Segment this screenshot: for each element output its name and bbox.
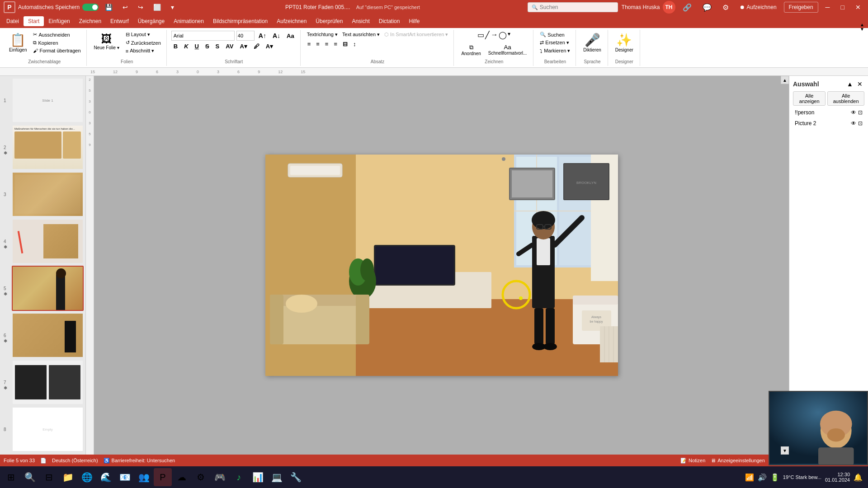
minimize-button[interactable]: ─	[822, 3, 834, 12]
char-spacing-button[interactable]: AV	[223, 42, 236, 51]
extra1-button[interactable]: 📊	[249, 468, 267, 486]
menu-item-bildschirm[interactable]: Bildschirmpräsentation	[208, 16, 272, 26]
share-icon[interactable]: 🔗	[679, 2, 695, 13]
decrease-font-button[interactable]: A↓	[270, 31, 283, 40]
scroll-up-button[interactable]: ▲	[781, 76, 789, 84]
increase-font-button[interactable]: A↑	[256, 31, 269, 40]
save-icon[interactable]: 💾	[101, 3, 116, 12]
italic-button[interactable]: K	[182, 42, 190, 51]
smartart-button[interactable]: ⬡ In SmartArt konvertieren ▾	[382, 31, 450, 38]
sound-icon[interactable]: 🔊	[758, 473, 767, 482]
align-center-button[interactable]: ≡	[314, 40, 322, 48]
notes-button[interactable]: 📝 Notizen	[680, 458, 705, 464]
textrichtung-button[interactable]: Textrichtung ▾	[305, 31, 340, 38]
panel-item-picture2-eye[interactable]: 👁	[851, 120, 856, 127]
accessibility-item[interactable]: ♿ Barrierefreiheit: Untersuchen	[104, 458, 175, 464]
slide-2-thumb[interactable]: Maßnahmen für Menschen die sie tun haben…	[12, 125, 84, 170]
select-button[interactable]: ⤵ Markieren ▾	[538, 47, 572, 55]
quick-access-dropdown[interactable]: ▾	[167, 3, 178, 12]
designer-button[interactable]: ✨ Designer	[613, 31, 636, 54]
outlook-button[interactable]: 📧	[116, 468, 134, 486]
menu-item-hilfe[interactable]: Hilfe	[404, 16, 424, 26]
teams-button[interactable]: 👥	[135, 468, 153, 486]
search-button[interactable]: 🔍 Suchen	[538, 31, 572, 38]
spotify-button[interactable]: ♪	[230, 468, 248, 486]
search-taskbar-button[interactable]: 🔍	[21, 468, 39, 486]
language-item[interactable]: Deutsch (Österreich)	[52, 458, 98, 463]
canvas-area[interactable]: 2 5 3 0 3 5 9 ▲ ▼	[86, 76, 789, 455]
present-icon[interactable]: ⬜	[150, 3, 165, 12]
strikethrough-button[interactable]: S	[203, 42, 212, 51]
fill-color-button[interactable]: A▾	[264, 42, 275, 51]
menu-item-ansicht[interactable]: Ansicht	[347, 16, 374, 26]
dictate-button[interactable]: 🎤 Diktieren	[580, 31, 604, 54]
menu-item-datei[interactable]: Datei	[2, 16, 24, 26]
slide-8-thumb[interactable]: Empty	[12, 407, 84, 452]
show-all-button[interactable]: Alle anzeigen	[793, 91, 826, 106]
arrange-button[interactable]: ⧉ Anordnen	[458, 42, 483, 58]
menu-item-zeichnen[interactable]: Zeichnen	[75, 16, 106, 26]
copy-button[interactable]: ⧉ Kopieren	[31, 39, 82, 47]
search-box[interactable]: 🔍	[528, 2, 618, 12]
menu-item-uebergaenge[interactable]: Übergänge	[133, 16, 169, 26]
undo-icon[interactable]: ↩	[119, 3, 132, 12]
record-button[interactable]: ⏺ Aufzeichnen	[736, 2, 780, 12]
panel-close-button[interactable]: ✕	[855, 80, 864, 89]
align-left-button[interactable]: ≡	[305, 40, 313, 48]
search-input[interactable]	[540, 4, 614, 10]
redo-icon[interactable]: ↪	[134, 3, 147, 12]
notes-form-indicator[interactable]: 📄	[40, 458, 47, 464]
slide-canvas[interactable]: BROOKLYN Alway	[265, 155, 618, 376]
panel-collapse-button[interactable]: ▲	[845, 80, 854, 89]
justify-button[interactable]: ≡	[331, 40, 340, 48]
shadow-button[interactable]: S	[213, 42, 222, 51]
replace-button[interactable]: ⇄ Ersetzen ▾	[538, 39, 572, 47]
powerpoint-taskbar-button[interactable]: P	[154, 468, 172, 486]
highlight-button[interactable]: 🖊	[251, 42, 262, 51]
section-button[interactable]: ≡ Abschnitt ▾	[124, 47, 163, 55]
font-size-input[interactable]	[236, 31, 255, 41]
extra2-button[interactable]: 💻	[268, 468, 286, 486]
line-spacing-button[interactable]: ↕	[351, 40, 359, 48]
panel-item-person-eye[interactable]: 👁	[851, 109, 856, 116]
ausrichten-button[interactable]: Text ausrichten ▾	[340, 31, 382, 38]
font-family-input[interactable]	[171, 31, 235, 41]
extra3-button[interactable]: 🔧	[287, 468, 305, 486]
menu-item-start[interactable]: Start	[24, 16, 44, 26]
quick-style-button[interactable]: Aa Schnellformatvorl...	[486, 42, 530, 57]
more-shapes-icon[interactable]: ▾	[508, 31, 510, 39]
battery-icon[interactable]: 🔋	[770, 473, 779, 482]
chrome-button[interactable]: 🌐	[78, 468, 96, 486]
reset-button[interactable]: ↺ Zurücksetzen	[124, 39, 163, 47]
start-button[interactable]: ⊞	[2, 468, 20, 486]
maximize-button[interactable]: □	[837, 3, 848, 12]
menu-item-dictation[interactable]: Dictation	[374, 16, 405, 26]
taskview-button[interactable]: ⊟	[40, 468, 58, 486]
share-button[interactable]: Freigeben	[784, 2, 818, 13]
menu-item-animationen[interactable]: Animationen	[169, 16, 208, 26]
paste-button[interactable]: 📋 Einfügen	[6, 31, 29, 54]
bold-button[interactable]: B	[171, 42, 180, 51]
slide-1-thumb[interactable]: Slide 1	[12, 78, 84, 123]
slide-6-thumb[interactable]	[12, 313, 84, 358]
menu-item-aufzeichnen[interactable]: Aufzeichnen	[272, 16, 311, 26]
display-settings-button[interactable]: 🖥 Anzeigeeinstellungen	[711, 458, 765, 463]
slide-4-thumb[interactable]	[12, 219, 84, 264]
settings-icon[interactable]: ⚙	[719, 2, 732, 13]
align-right-button[interactable]: ≡	[323, 40, 331, 48]
underline-button[interactable]: U	[193, 42, 201, 51]
xbox-button[interactable]: 🎮	[211, 468, 229, 486]
slide-5-thumb[interactable]	[12, 266, 84, 311]
settings-taskbar-button[interactable]: ⚙	[192, 468, 210, 486]
onedrive-button[interactable]: ☁	[173, 468, 191, 486]
panel-item-person-edit[interactable]: ⊡	[858, 109, 863, 116]
autosave-toggle[interactable]	[82, 4, 99, 11]
slide-3-thumb[interactable]	[12, 172, 84, 217]
columns-button[interactable]: ⊟	[340, 40, 350, 48]
panel-item-picture2-edit[interactable]: ⊡	[858, 120, 863, 127]
new-slide-button[interactable]: 🖼 Neue Folie ▾	[91, 31, 122, 52]
font-color-button[interactable]: A▾	[237, 42, 249, 51]
menu-item-entwurf[interactable]: Entwurf	[106, 16, 133, 26]
hide-all-button[interactable]: Alle ausblenden	[827, 91, 864, 106]
comments-icon[interactable]: 💬	[699, 2, 715, 13]
